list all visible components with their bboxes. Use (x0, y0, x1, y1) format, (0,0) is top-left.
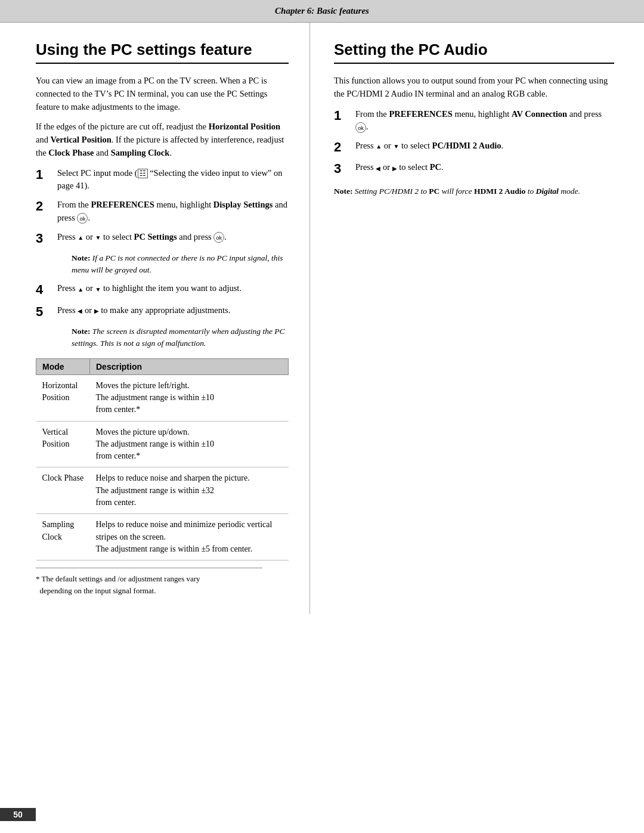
note-step5: Note: The screen is disrupted momentaril… (72, 326, 289, 350)
footnote: * The default settings and /or adjustmen… (36, 568, 262, 596)
arrow-left-icon-5 (78, 305, 82, 315)
page-number-bar: 50 (0, 808, 644, 821)
right-step-content-2: Press or to select PC/HDMI 2 Audio. (355, 140, 614, 153)
page-container: Chapter 6: Basic features Using the PC s… (0, 0, 644, 833)
right-step-number-3: 3 (334, 161, 352, 176)
step-number-2: 2 (36, 199, 54, 214)
right-step-number-2: 2 (334, 140, 352, 155)
left-intro-para2: If the edges of the picture are cut off,… (36, 120, 289, 159)
right-note: Note: Setting PC/HDMI 2 to PC will force… (334, 185, 614, 197)
right-intro: This function allows you to output sound… (334, 75, 614, 101)
page-number: 50 (0, 808, 36, 821)
left-column: Using the PC settings feature You can vi… (0, 23, 310, 614)
note-step3: Note: If a PC is not connected or there … (72, 252, 289, 277)
table-header-description: Description (90, 358, 289, 374)
arrow-right-icon-5 (94, 305, 99, 315)
step-number-3: 3 (36, 231, 54, 246)
ok-icon-2: ok (77, 213, 88, 224)
ok-icon-r1: ok (355, 122, 366, 133)
table-header-mode: Mode (36, 358, 90, 374)
step-content-1: Select PC input mode (☷ “Selecting the v… (57, 167, 289, 193)
right-step-number-1: 1 (334, 108, 352, 123)
header-bar: Chapter 6: Basic features (0, 0, 644, 23)
table-desc-vertical: Moves the picture up/down.The adjustment… (90, 421, 289, 467)
arrow-down-icon-3 (95, 232, 101, 241)
step-1: 1 Select PC input mode (☷ “Selecting the… (36, 167, 289, 193)
ok-icon-3: ok (213, 232, 224, 243)
arrow-right-icon-r3 (392, 162, 397, 172)
table-desc-clock: Helps to reduce noise and sharpen the pi… (90, 467, 289, 514)
right-steps-list: 1 From the PREFERENCES menu, highlight A… (334, 108, 614, 177)
step-4: 4 Press or to highlight the item you wan… (36, 282, 289, 298)
content-area: Using the PC settings feature You can vi… (0, 23, 644, 614)
table-mode-clock: Clock Phase (36, 467, 90, 514)
step-3: 3 Press or to select PC Settings and pre… (36, 231, 289, 246)
step-number-5: 5 (36, 304, 54, 320)
left-steps-list: 1 Select PC input mode (☷ “Selecting the… (36, 167, 289, 350)
table-row-horizontal: HorizontalPosition Moves the picture lef… (36, 374, 289, 421)
arrow-up-icon-r2 (376, 141, 382, 150)
arrow-left-icon-r3 (376, 162, 380, 172)
step-content-2: From the PREFERENCES menu, highlight Dis… (57, 199, 289, 225)
step-2: 2 From the PREFERENCES menu, highlight D… (36, 199, 289, 225)
left-intro-para1: You can view an image from a PC on the T… (36, 75, 289, 113)
step-5: 5 Press or to make any appropriate adjus… (36, 304, 289, 320)
right-step-content-1: From the PREFERENCES menu, highlight AV … (355, 108, 614, 134)
arrow-down-icon-4 (95, 283, 101, 293)
table-desc-horizontal: Moves the picture left/right.The adjustm… (90, 374, 289, 421)
step-content-3: Press or to select PC Settings and press… (57, 231, 289, 244)
note-step5-container: Note: The screen is disrupted momentaril… (54, 326, 289, 350)
arrow-down-icon-r2 (394, 141, 400, 150)
right-step-3: 3 Press or to select PC. (334, 161, 614, 176)
right-column: Setting the PC Audio This function allow… (310, 23, 644, 614)
left-section-title: Using the PC settings feature (36, 41, 289, 64)
table-row-sampling: SamplingClock Helps to reduce noise and … (36, 514, 289, 561)
step-number-1: 1 (36, 167, 54, 182)
table-desc-sampling: Helps to reduce noise and minimize perio… (90, 514, 289, 561)
right-step-1: 1 From the PREFERENCES menu, highlight A… (334, 108, 614, 134)
chapter-title: Chapter 6: Basic features (275, 6, 369, 16)
table-mode-vertical: VerticalPosition (36, 421, 90, 467)
table-mode-horizontal: HorizontalPosition (36, 374, 90, 421)
note-step3-container: Note: If a PC is not connected or there … (54, 252, 289, 277)
table-row-clock: Clock Phase Helps to reduce noise and sh… (36, 467, 289, 514)
arrow-up-icon-3 (78, 232, 83, 241)
table-row-vertical: VerticalPosition Moves the picture up/do… (36, 421, 289, 467)
step-content-4: Press or to highlight the item you want … (57, 282, 289, 295)
right-step-2: 2 Press or to select PC/HDMI 2 Audio. (334, 140, 614, 155)
right-step-content-3: Press or to select PC. (355, 161, 614, 174)
right-section-title: Setting the PC Audio (334, 41, 614, 64)
arrow-up-icon-4 (78, 283, 83, 293)
step-number-4: 4 (36, 282, 54, 298)
step-content-5: Press or to make any appropriate adjustm… (57, 304, 289, 317)
table-mode-sampling: SamplingClock (36, 514, 90, 561)
mode-table: Mode Description HorizontalPosition Move… (36, 358, 289, 561)
